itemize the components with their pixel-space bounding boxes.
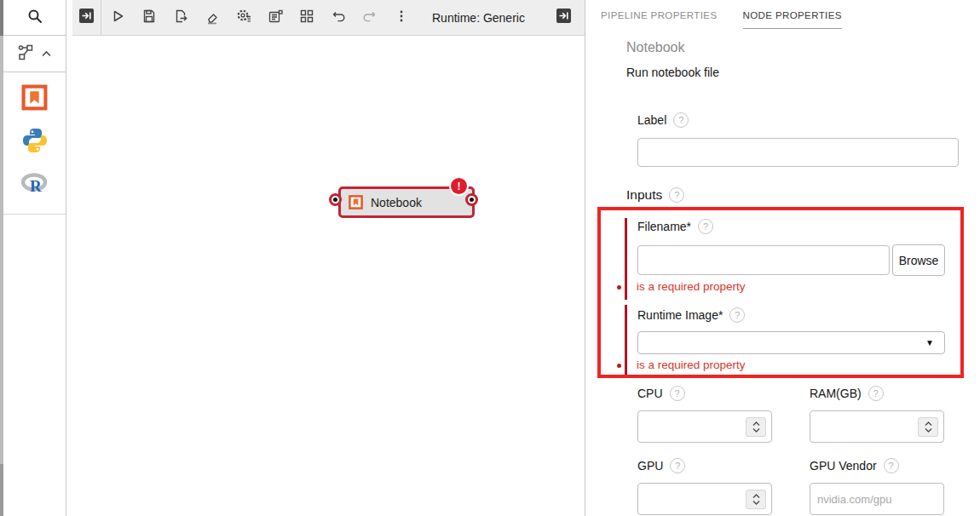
palette-item-python[interactable] xyxy=(20,128,49,157)
cpu-input-wrap xyxy=(637,410,772,443)
filename-error-bar xyxy=(625,218,627,300)
cpu-stepper[interactable] xyxy=(746,417,766,437)
help-icon[interactable]: ? xyxy=(670,386,685,401)
svg-text:R: R xyxy=(30,177,42,195)
gpu-stepper[interactable] xyxy=(746,490,766,509)
clear-pipeline-button[interactable] xyxy=(196,0,228,36)
palette-item-notebook[interactable] xyxy=(20,84,49,113)
gpu-field-label: GPU ? xyxy=(637,458,685,473)
chevron-up-icon xyxy=(41,46,52,61)
notebook-icon xyxy=(21,84,48,114)
pipeline-canvas[interactable]: Notebook ! xyxy=(66,36,585,516)
redo-icon xyxy=(361,8,378,28)
search-icon xyxy=(26,8,43,28)
error-bullet xyxy=(617,285,621,290)
help-icon[interactable]: ? xyxy=(670,458,685,473)
palette-panel-toggle-button[interactable] xyxy=(72,0,101,36)
node-type-heading: Notebook xyxy=(626,40,685,55)
label-input[interactable] xyxy=(637,138,959,167)
open-panel-left-icon xyxy=(78,8,95,27)
runtime-indicator: Runtime: Generic xyxy=(432,11,525,25)
runtime-image-select[interactable]: ▼ xyxy=(637,331,945,354)
pipeline-nodes-icon xyxy=(17,43,35,65)
node-input-port[interactable] xyxy=(331,196,339,204)
editor-toolbar: Runtime: Generic xyxy=(72,0,585,36)
help-icon[interactable]: ? xyxy=(673,112,689,128)
filename-input[interactable] xyxy=(637,245,890,275)
node-output-port[interactable] xyxy=(468,196,476,204)
gpu-vendor-field-label: GPU Vendor ? xyxy=(810,458,899,473)
palette-sidebar: R xyxy=(3,0,66,516)
runtime-images-button[interactable] xyxy=(228,0,259,36)
palette-item-r[interactable]: R xyxy=(20,171,49,200)
save-pipeline-button[interactable] xyxy=(133,0,164,36)
node-error-badge: ! xyxy=(451,178,467,194)
palette-item-list: R xyxy=(3,72,66,215)
ram-input[interactable] xyxy=(811,412,912,441)
gpu-input[interactable] xyxy=(639,484,740,513)
summary-panel-icon xyxy=(267,8,284,28)
help-icon[interactable]: ? xyxy=(698,219,713,234)
undo-button[interactable] xyxy=(322,0,354,36)
export-pipeline-button[interactable] xyxy=(164,0,196,36)
open-panel-right-icon xyxy=(556,8,572,27)
properties-panel-toggle-button[interactable] xyxy=(548,0,579,36)
pipeline-properties-button[interactable] xyxy=(259,0,291,36)
node-description: Run notebook file xyxy=(626,66,719,79)
notebook-node-icon xyxy=(349,195,363,209)
python-icon xyxy=(21,127,49,158)
properties-tabs: PIPELINE PROPERTIES NODE PROPERTIES xyxy=(601,10,842,29)
ram-field-label: RAM(GB) ? xyxy=(810,386,884,401)
help-icon[interactable]: ? xyxy=(669,187,684,203)
ram-input-wrap xyxy=(810,410,944,443)
filename-field-label: Filename* ? xyxy=(637,219,713,234)
r-script-icon: R xyxy=(21,173,49,198)
kebab-menu-icon xyxy=(393,8,410,28)
export-icon xyxy=(172,8,189,28)
pipeline-editor-window: R xyxy=(0,0,980,516)
help-icon[interactable]: ? xyxy=(868,386,884,401)
gpu-input-wrap xyxy=(637,483,772,515)
save-icon xyxy=(141,8,158,28)
palette-search-button[interactable] xyxy=(3,0,66,36)
runtime-image-error-message: is a required property xyxy=(637,358,746,371)
browse-button[interactable]: Browse xyxy=(892,244,945,276)
filename-error-message: is a required property xyxy=(637,280,746,293)
help-icon[interactable]: ? xyxy=(884,458,899,473)
inputs-section-heading: Inputs ? xyxy=(626,187,684,203)
help-icon[interactable]: ? xyxy=(729,307,745,323)
overflow-menu-button[interactable] xyxy=(385,0,417,36)
tab-pipeline-properties[interactable]: PIPELINE PROPERTIES xyxy=(601,10,718,29)
cpu-input[interactable] xyxy=(639,412,740,441)
properties-panel: PIPELINE PROPERTIES NODE PROPERTIES Note… xyxy=(585,0,980,516)
arrange-nodes-button[interactable] xyxy=(291,0,322,36)
eraser-icon xyxy=(204,8,221,28)
node-label: Notebook xyxy=(371,196,422,209)
run-pipeline-button[interactable] xyxy=(101,0,133,36)
run-icon xyxy=(109,8,126,28)
gear-list-icon xyxy=(235,8,252,28)
palette-category-toggle[interactable] xyxy=(3,36,66,72)
gpu-vendor-input[interactable] xyxy=(810,483,944,515)
label-field-label: Label ? xyxy=(637,112,689,128)
error-bullet xyxy=(617,364,621,368)
redo-button[interactable] xyxy=(354,0,385,36)
undo-icon xyxy=(330,8,347,28)
arrange-icon xyxy=(298,8,315,28)
runtime-image-error-bar xyxy=(625,305,627,377)
ram-stepper[interactable] xyxy=(918,417,938,437)
chevron-down-icon: ▼ xyxy=(925,338,934,347)
cpu-field-label: CPU ? xyxy=(637,386,685,401)
tab-node-properties[interactable]: NODE PROPERTIES xyxy=(743,10,842,29)
runtime-image-field-label: Runtime Image* ? xyxy=(637,307,745,323)
